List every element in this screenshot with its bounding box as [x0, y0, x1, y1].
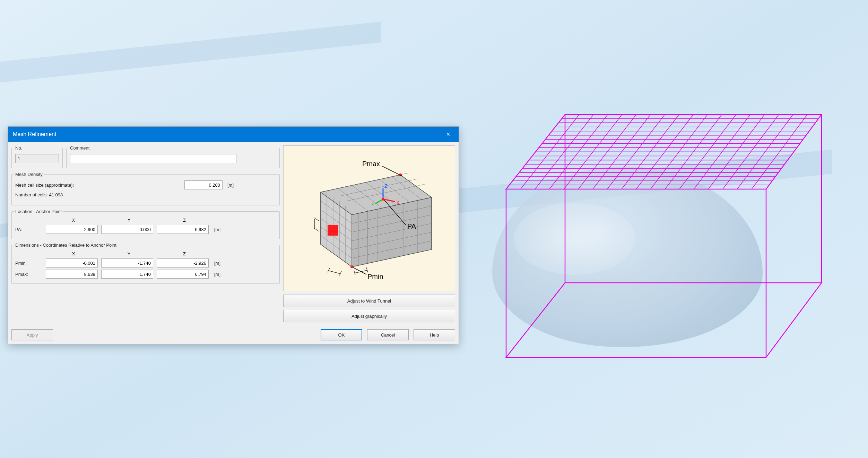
- pmax-unit: [m]: [214, 272, 220, 277]
- pmin-x-input[interactable]: [46, 258, 98, 268]
- pmax-x-input[interactable]: [46, 270, 98, 279]
- cell-size-input[interactable]: [184, 180, 223, 189]
- dim-col-y: Y: [101, 251, 157, 256]
- pa-y-input[interactable]: [101, 225, 153, 234]
- pa-row-label: PA:: [15, 227, 46, 232]
- fieldset-comment: Comment: [66, 145, 280, 168]
- fieldset-dimensions: Dimensions - Coordinates Relative to Anc…: [11, 243, 280, 284]
- pa-z-input[interactable]: [157, 225, 209, 234]
- pmax-label: Pmax:: [15, 272, 46, 277]
- ok-button[interactable]: OK: [321, 329, 362, 340]
- preview-pmin-label: Pmin: [367, 273, 383, 280]
- svg-rect-72: [328, 225, 338, 236]
- col-z: Z: [157, 218, 212, 223]
- cell-size-label: Mesh cell size (approximate):: [15, 183, 182, 188]
- pmin-z-input[interactable]: [157, 258, 209, 268]
- pmin-label: Pmin:: [15, 261, 46, 266]
- axis-z-label: Z: [384, 183, 388, 189]
- legend-density: Mesh Density: [14, 172, 44, 177]
- svg-point-78: [350, 265, 353, 268]
- legend-comment: Comment: [69, 145, 91, 151]
- preview-pa-label: PA: [407, 222, 416, 230]
- cell-size-unit: [m]: [227, 183, 234, 188]
- comment-input[interactable]: [70, 154, 236, 163]
- legend-dimensions: Dimensions - Coordinates Relative to Anc…: [14, 243, 118, 248]
- legend-location: Location - Anchor Point: [14, 209, 63, 214]
- num-cells-label: Number of cells: 41 098: [15, 192, 63, 197]
- titlebar[interactable]: Mesh Refinement ×: [8, 127, 459, 142]
- pa-unit: [m]: [214, 227, 220, 232]
- svg-point-76: [382, 198, 384, 201]
- dim-col-z: Z: [157, 251, 212, 256]
- pa-x-input[interactable]: [46, 225, 98, 234]
- cancel-button[interactable]: Cancel: [367, 329, 409, 340]
- svg-line-86: [366, 268, 368, 272]
- col-y: Y: [101, 218, 157, 223]
- axis-x-label: X: [396, 200, 400, 205]
- apply-button[interactable]: Apply: [11, 329, 53, 340]
- fieldset-location: Location - Anchor Point X Y Z PA: [m]: [11, 209, 280, 239]
- help-button[interactable]: Help: [414, 329, 455, 340]
- svg-line-88: [382, 166, 402, 176]
- pmin-unit: [m]: [214, 261, 220, 266]
- fieldset-mesh-density: Mesh Density Mesh cell size (approximate…: [11, 172, 280, 205]
- fieldset-no: No.: [11, 145, 63, 168]
- pmax-y-input[interactable]: [101, 270, 153, 279]
- close-icon[interactable]: ×: [438, 127, 459, 142]
- no-input[interactable]: [15, 154, 59, 163]
- preview-pmax-label: Pmax: [362, 160, 380, 168]
- col-x: X: [46, 218, 101, 223]
- dialog-title: Mesh Refinement: [13, 131, 56, 137]
- svg-line-84: [329, 271, 340, 274]
- preview-diagram: Pmax Pmin PA X Y Z: [283, 145, 455, 291]
- pmin-y-input[interactable]: [101, 258, 153, 268]
- mesh-refinement-dialog: Mesh Refinement × No. Comment Mesh Densi…: [8, 126, 459, 344]
- adjust-wind-tunnel-button[interactable]: Adjust to Wind Tunnel: [283, 295, 455, 307]
- svg-line-82: [328, 268, 330, 272]
- pmax-z-input[interactable]: [157, 270, 209, 279]
- dim-col-x: X: [46, 251, 101, 256]
- adjust-graphically-button[interactable]: Adjust graphically: [283, 310, 455, 322]
- axis-y-label: Y: [371, 202, 375, 207]
- legend-no: No.: [14, 145, 24, 151]
